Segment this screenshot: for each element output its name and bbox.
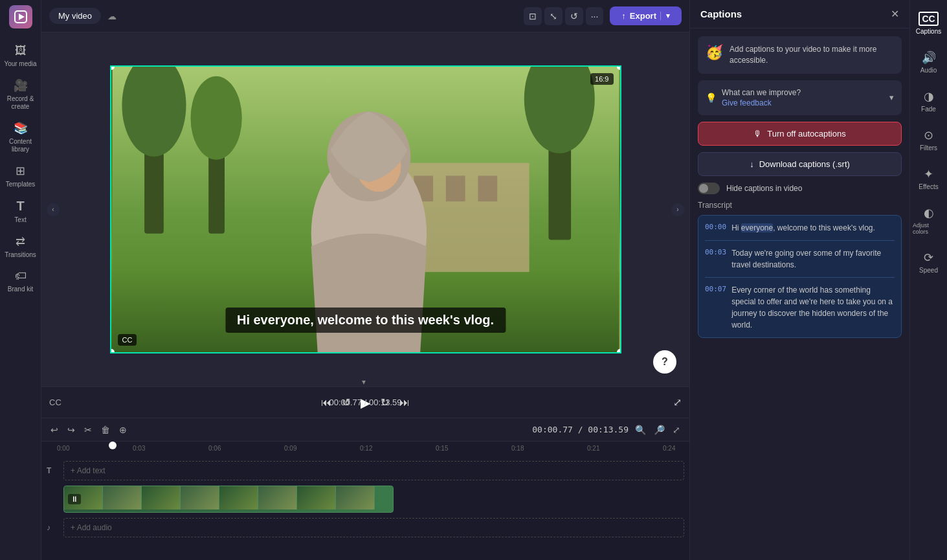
- transcript-label: Transcript: [698, 201, 902, 210]
- filters-icon-label: Filters: [920, 144, 937, 151]
- sidebar-item-your-media[interactable]: 🖼 Your media: [0, 39, 41, 73]
- sidebar-item-text[interactable]: T Text: [0, 194, 41, 229]
- give-feedback-link[interactable]: Give feedback: [722, 98, 801, 107]
- fade-icon: ◑: [924, 89, 934, 104]
- transcript-card: 00:00 Hi everyone, welcome to this week'…: [698, 215, 902, 338]
- insert-button[interactable]: ⊕: [117, 423, 129, 436]
- transcript-divider: [705, 277, 895, 278]
- lightbulb-icon: 💡: [706, 93, 717, 103]
- audio-track-content: + Add audio: [63, 518, 684, 537]
- sidebar-item-label: Record & create: [7, 95, 34, 111]
- transcript-entry-1[interactable]: 00:03 Today we're going over some of my …: [705, 247, 895, 271]
- right-icon-adjust-colors[interactable]: ◐ Adjust colors: [910, 199, 947, 241]
- toggle-knob: [699, 184, 708, 193]
- brand-kit-icon: 🏷: [15, 269, 27, 283]
- left-sidebar: 🖼 Your media 🎥 Record & create 📚 Content…: [0, 0, 41, 560]
- more-button[interactable]: ···: [586, 7, 604, 25]
- turn-off-autocaptions-button[interactable]: 🎙 Turn off autocaptions: [698, 122, 902, 146]
- sidebar-item-transitions[interactable]: ⇄ Transitions: [0, 229, 41, 264]
- captions-title: Captions: [700, 8, 742, 19]
- effects-icon-label: Effects: [919, 183, 938, 190]
- right-icon-effects[interactable]: ✦ Effects: [910, 161, 947, 197]
- feedback-left: 💡 What can we improve? Give feedback: [706, 88, 801, 107]
- effects-icon: ✦: [924, 167, 933, 181]
- autocaptions-label: Turn off autocaptions: [767, 129, 845, 139]
- cc-toggle[interactable]: CC: [49, 398, 61, 407]
- download-icon: ↓: [750, 159, 754, 169]
- hide-captions-toggle[interactable]: [698, 183, 720, 194]
- zoom-controls: 🔍 🔎 ⤢: [632, 423, 683, 436]
- expand-timeline-button[interactable]: ⤢: [670, 423, 683, 436]
- sidebar-item-templates[interactable]: ⊞ Templates: [0, 159, 41, 194]
- video-track-row: ⏸: [41, 484, 689, 514]
- zoom-in-button[interactable]: 🔎: [651, 423, 667, 436]
- video-frame[interactable]: 16:9 Hi everyone, welcome to this week's…: [110, 65, 621, 353]
- fullscreen-button[interactable]: ⤢: [673, 396, 682, 409]
- cc-badge: CC: [118, 334, 137, 346]
- scroll-indicator: ▾: [362, 377, 366, 386]
- adjust-colors-icon: ◐: [924, 206, 934, 220]
- templates-icon: ⊞: [16, 164, 25, 178]
- timeline-toolbar: ↩ ↪ ✂ 🗑 ⊕ 00:00.77 / 00:13.59 🔍 🔎 ⤢: [41, 418, 689, 442]
- zoom-out-button[interactable]: 🔍: [632, 423, 649, 436]
- help-button[interactable]: ?: [653, 350, 676, 374]
- right-icon-filters[interactable]: ⊙ Filters: [910, 122, 947, 158]
- rotate-button[interactable]: ↺: [565, 7, 583, 25]
- transcript-entry-2[interactable]: 00:07 Every corner of the world has some…: [705, 284, 895, 331]
- collapse-left-button[interactable]: ‹: [47, 203, 60, 216]
- sidebar-item-label: Content library: [3, 138, 38, 153]
- caption-text: Hi everyone, welcome to this week's vlog…: [225, 308, 506, 333]
- sidebar-item-record-create[interactable]: 🎥 Record & create: [0, 73, 41, 116]
- timeline-tracks: T + Add text: [41, 454, 689, 560]
- video-track-content[interactable]: ⏸: [63, 486, 684, 513]
- auto-save-icon[interactable]: ☁: [107, 11, 117, 21]
- info-text: Add captions to your video to make it mo…: [730, 44, 894, 66]
- canvas-area: ‹: [41, 32, 689, 386]
- right-icon-bar: CC Captions 🔊 Audio ◑ Fade ⊙ Filters ✦ E…: [909, 0, 947, 560]
- top-bar: My video ☁ ⊡ ⤡ ↺ ··· ↑ Export ▾: [41, 0, 689, 32]
- download-captions-button[interactable]: ↓ Download captions (.srt): [698, 152, 902, 176]
- transcript-entry-0[interactable]: 00:00 Hi everyone, welcome to this week'…: [705, 222, 895, 234]
- handle-bottom-right[interactable]: [617, 349, 621, 353]
- adjust-colors-icon-label: Adjust colors: [913, 222, 944, 235]
- download-label: Download captions (.srt): [759, 159, 850, 169]
- project-name: My video: [58, 11, 92, 21]
- audio-track-label: ♪: [47, 523, 63, 532]
- record-create-icon: 🎥: [14, 78, 28, 93]
- ruler-mark: 0:12: [360, 445, 436, 452]
- sidebar-item-content-library[interactable]: 📚 Content library: [0, 116, 41, 159]
- export-chevron-icon: ▾: [660, 12, 670, 20]
- collapse-right-button[interactable]: ›: [671, 203, 684, 216]
- sidebar-item-brand-kit[interactable]: 🏷 Brand kit: [0, 264, 41, 298]
- resize-button[interactable]: ⤡: [544, 7, 563, 25]
- main-area: My video ☁ ⊡ ⤡ ↺ ··· ↑ Export ▾ ‹: [41, 0, 689, 560]
- handle-bottom-left[interactable]: [110, 349, 115, 353]
- right-icon-fade[interactable]: ◑ Fade: [910, 83, 947, 119]
- cut-button[interactable]: ✂: [82, 423, 95, 436]
- transcript-text-1: Today we're going over some of my favori…: [731, 247, 895, 271]
- crop-button[interactable]: ⊡: [524, 7, 542, 25]
- right-icon-speed[interactable]: ⟳ Speed: [910, 244, 947, 280]
- fade-icon-label: Fade: [921, 106, 936, 113]
- export-button[interactable]: ↑ Export ▾: [610, 6, 682, 25]
- audio-icon-label: Audio: [920, 67, 937, 74]
- right-icon-audio[interactable]: 🔊 Audio: [910, 44, 947, 80]
- transcript-section: Transcript 00:00 Hi everyone, welcome to…: [698, 201, 902, 338]
- undo-button[interactable]: ↩: [48, 423, 61, 436]
- audio-icon: 🔊: [922, 50, 936, 65]
- video-clip[interactable]: ⏸: [63, 486, 394, 513]
- delete-button[interactable]: 🗑: [98, 423, 113, 436]
- app-logo: [9, 5, 32, 28]
- close-captions-button[interactable]: ✕: [891, 8, 899, 20]
- your-media-icon: 🖼: [15, 44, 27, 58]
- feedback-chevron-button[interactable]: ▾: [889, 93, 894, 102]
- highlighted-word: everyone: [741, 223, 773, 232]
- project-name-tab[interactable]: My video: [49, 8, 101, 24]
- add-audio-button[interactable]: + Add audio: [63, 518, 684, 537]
- redo-button[interactable]: ↪: [65, 423, 78, 436]
- feedback-card: 💡 What can we improve? Give feedback ▾: [698, 80, 902, 115]
- add-text-button[interactable]: + Add text: [63, 461, 684, 480]
- sidebar-item-label: Your media: [4, 60, 36, 68]
- right-icon-captions[interactable]: CC Captions: [910, 5, 947, 41]
- ruler-mark: 0:21: [587, 445, 663, 452]
